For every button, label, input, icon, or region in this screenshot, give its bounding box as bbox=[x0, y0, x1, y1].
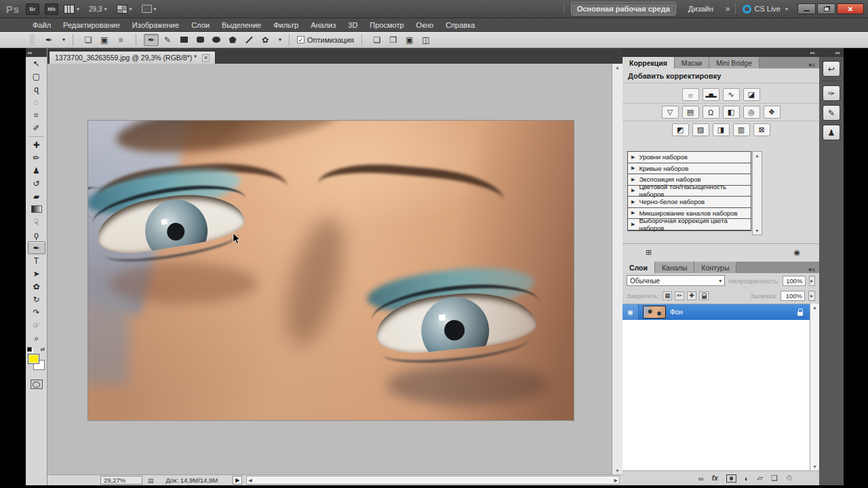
lasso-tool[interactable]: ɋ bbox=[28, 83, 45, 96]
curves-icon[interactable]: ∿ bbox=[723, 88, 740, 101]
tool-presets-panel-icon[interactable]: ✑ bbox=[823, 85, 840, 101]
new-group-icon[interactable]: ▱ bbox=[757, 474, 762, 483]
path-selection-tool[interactable]: ➤ bbox=[28, 267, 45, 280]
brush-tool[interactable]: ✏ bbox=[28, 151, 45, 164]
crop-tool[interactable]: ⌗ bbox=[28, 108, 45, 121]
lock-pixels-icon[interactable]: ✏ bbox=[675, 291, 684, 300]
menu-item[interactable]: Изображение bbox=[132, 21, 179, 29]
orbit-3d-tool[interactable]: ↷ bbox=[28, 306, 45, 319]
gradient-tool[interactable] bbox=[28, 203, 45, 216]
polygon-icon[interactable] bbox=[225, 34, 240, 46]
panel-tab[interactable]: Коррекция bbox=[623, 57, 675, 68]
fill-field[interactable]: 100% bbox=[781, 291, 805, 301]
selective-color-icon[interactable]: ⊠ bbox=[753, 123, 770, 136]
preset-expand-icon[interactable]: ▶ bbox=[631, 188, 635, 193]
levels-icon[interactable]: ▂▅▂ bbox=[703, 88, 719, 101]
paths-icon[interactable]: ▣ bbox=[97, 34, 112, 46]
brightness-contrast-icon[interactable]: ☼ bbox=[682, 88, 699, 101]
rotate-3d-tool[interactable]: ↻ bbox=[28, 293, 45, 306]
clone-stamp-tool[interactable]: ♟ bbox=[28, 164, 45, 177]
gradient-map-icon[interactable]: ▥ bbox=[733, 123, 750, 136]
status-zoom-field[interactable]: 29,27% bbox=[100, 476, 142, 485]
panel-tab[interactable]: Маски bbox=[675, 57, 709, 68]
menu-item[interactable]: 3D bbox=[348, 21, 357, 29]
quick-mask-button[interactable] bbox=[31, 380, 43, 389]
posterize-icon[interactable]: ▨ bbox=[692, 123, 709, 136]
minimize-button[interactable] bbox=[797, 3, 816, 14]
layers-scrollbar[interactable]: ▲ ▼ bbox=[810, 304, 819, 470]
menu-item[interactable]: Редактирование bbox=[63, 21, 120, 29]
workspace-button-main[interactable]: Основная рабочая среда bbox=[571, 2, 676, 16]
panel-dock-header[interactable]: ▸▸ bbox=[623, 48, 819, 57]
document-tab[interactable]: 1373700_36263559.jpg @ 29,3% (RGB/8*) * … bbox=[49, 51, 216, 64]
scroll-up-icon[interactable]: ▲ bbox=[812, 305, 817, 310]
cs-live-button[interactable]: CS Live ▾ bbox=[743, 5, 788, 14]
expanded-view-icon[interactable]: ⊞ bbox=[646, 248, 652, 257]
optimize-checkbox[interactable]: ✓ bbox=[297, 36, 304, 43]
lock-transparency-icon[interactable]: ▦ bbox=[663, 291, 672, 300]
zoom-tool[interactable]: ⌕ bbox=[28, 331, 45, 344]
preset-expand-icon[interactable]: ▶ bbox=[631, 177, 635, 182]
menu-item[interactable]: Анализ bbox=[311, 21, 336, 29]
lock-all-icon[interactable] bbox=[699, 291, 709, 300]
pen-icon[interactable]: ✒ bbox=[144, 34, 159, 46]
screen-mode-caret-icon[interactable]: ▾ bbox=[154, 6, 157, 12]
scroll-left-icon[interactable]: ◀ bbox=[248, 478, 252, 483]
presets-scrollbar[interactable]: ▲ ▼ bbox=[752, 151, 762, 235]
mini-bridge-button[interactable]: Mb bbox=[45, 3, 58, 15]
custom-shape-tool[interactable]: ✿ bbox=[28, 280, 45, 293]
panel-menu-icon[interactable]: ▾≡ bbox=[804, 62, 819, 68]
screen-mode-icon[interactable] bbox=[142, 5, 152, 13]
menu-item[interactable]: Справка bbox=[446, 21, 475, 29]
black-white-icon[interactable]: ◧ bbox=[723, 106, 740, 119]
status-flyout-icon[interactable]: ▶ bbox=[233, 476, 242, 485]
move-tool[interactable]: ↖ bbox=[28, 57, 45, 70]
panel-tab[interactable]: Слои bbox=[623, 262, 655, 273]
invert-icon[interactable]: ◩ bbox=[672, 123, 689, 136]
smudge-tool[interactable]: ☟ bbox=[28, 216, 45, 228]
hue-saturation-icon[interactable]: ▤ bbox=[682, 106, 699, 119]
layer-style-icon[interactable]: fx bbox=[712, 474, 718, 482]
zoom-caret-icon[interactable]: ▾ bbox=[104, 6, 106, 12]
preset-item[interactable]: ▶ Выборочная коррекция цвета наборов bbox=[628, 219, 751, 230]
canvas[interactable] bbox=[47, 64, 612, 474]
ellipse-icon[interactable] bbox=[209, 34, 224, 46]
add-layer-mask-icon[interactable] bbox=[726, 474, 736, 483]
panel-tab[interactable]: Каналы bbox=[655, 262, 694, 273]
photo-image[interactable] bbox=[88, 121, 574, 420]
dock-divider[interactable] bbox=[822, 81, 841, 81]
scroll-up-icon[interactable]: ▲ bbox=[615, 65, 620, 70]
fill-pixels-icon[interactable]: ■ bbox=[113, 34, 128, 46]
custom-shape-icon[interactable]: ✿ bbox=[258, 34, 273, 46]
eyedropper-tool[interactable]: ✐ bbox=[28, 121, 45, 134]
vertical-scrollbar[interactable]: ▲ ▼ bbox=[612, 64, 623, 474]
shape-area-intersect-icon[interactable]: ▣ bbox=[402, 34, 417, 46]
icon-dock-header[interactable]: ◂◂ bbox=[819, 48, 844, 57]
opacity-spinner-icon[interactable]: ▸ bbox=[809, 276, 815, 286]
fill-spinner-icon[interactable]: ▸ bbox=[808, 291, 815, 301]
color-balance-icon[interactable]: Ω bbox=[703, 106, 719, 119]
workspace-overflow-icon[interactable]: » bbox=[726, 4, 729, 14]
menu-item[interactable]: Слои bbox=[191, 21, 210, 29]
scroll-down-icon[interactable]: ▼ bbox=[755, 228, 760, 233]
panel-tab[interactable]: Контуры bbox=[694, 262, 736, 273]
freeform-pen-icon[interactable]: ✎ bbox=[160, 34, 175, 46]
vibrance-icon[interactable]: ▽ bbox=[662, 106, 679, 119]
options-grip[interactable] bbox=[30, 35, 35, 45]
quick-selection-tool[interactable]: ◌ bbox=[28, 96, 45, 108]
layer-visibility-eye-icon[interactable]: ◉ bbox=[623, 304, 639, 320]
preset-expand-icon[interactable]: ▶ bbox=[631, 222, 635, 227]
preset-expand-icon[interactable]: ▶ bbox=[631, 155, 635, 160]
exposure-icon[interactable]: ◪ bbox=[743, 88, 760, 101]
tools-panel-header[interactable]: ▸▸ bbox=[26, 48, 47, 57]
history-panel-icon[interactable]: ↩ bbox=[823, 61, 840, 77]
panel-menu-icon[interactable]: ▾≡ bbox=[804, 266, 819, 273]
restore-button[interactable] bbox=[817, 3, 835, 14]
hand-tool[interactable]: ☞ bbox=[28, 319, 45, 331]
menu-item[interactable]: Окно bbox=[416, 21, 434, 29]
type-tool[interactable]: T bbox=[28, 254, 45, 267]
horizontal-scrollbar[interactable]: ◀ ▶ bbox=[246, 476, 620, 485]
eraser-tool[interactable]: ▰ bbox=[28, 190, 45, 203]
photo-filter-icon[interactable]: ◎ bbox=[743, 106, 760, 119]
menu-item[interactable]: Выделение bbox=[222, 21, 261, 29]
